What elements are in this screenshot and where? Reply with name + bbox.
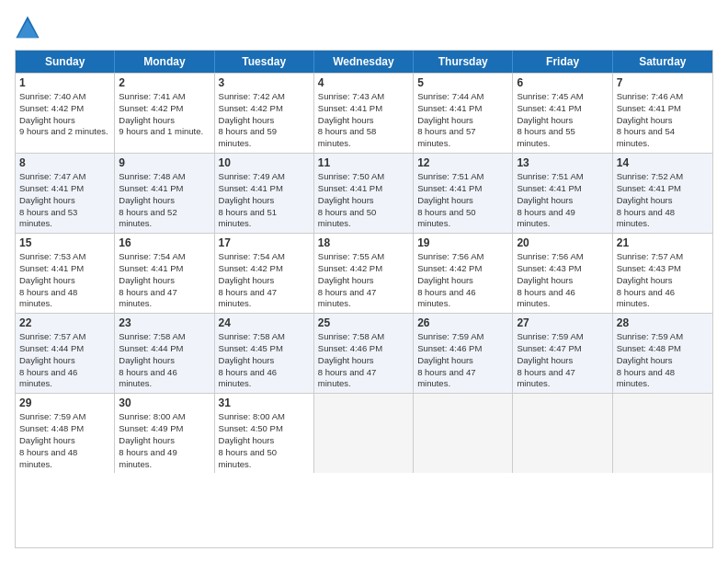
sunset-line: Sunset: 4:46 PM: [417, 343, 508, 355]
daylight-value: 8 hours and 46 minutes.: [219, 367, 310, 391]
calendar-cell: 20 Sunrise: 7:56 AM Sunset: 4:43 PM Dayl…: [513, 234, 612, 313]
calendar-header: SundayMondayTuesdayWednesdayThursdayFrid…: [16, 51, 712, 73]
sunrise-line: Sunrise: 7:59 AM: [19, 411, 110, 423]
daylight-value: 8 hours and 55 minutes.: [517, 126, 608, 150]
calendar-cell: 3 Sunrise: 7:42 AM Sunset: 4:42 PM Dayli…: [215, 74, 314, 153]
day-number: 7: [617, 76, 709, 89]
day-number: 16: [119, 236, 210, 249]
sunset-line: Sunset: 4:48 PM: [617, 343, 709, 355]
day-number: 12: [417, 156, 508, 169]
calendar-cell: 10 Sunrise: 7:49 AM Sunset: 4:41 PM Dayl…: [215, 154, 314, 233]
sunrise-line: Sunrise: 7:56 AM: [417, 251, 508, 263]
sunset-line: Sunset: 4:44 PM: [119, 343, 210, 355]
daylight-label: Daylight hours: [119, 115, 210, 127]
calendar-cell: 13 Sunrise: 7:51 AM Sunset: 4:41 PM Dayl…: [513, 154, 612, 233]
sunrise-line: Sunrise: 7:46 AM: [617, 91, 709, 103]
daylight-label: Daylight hours: [318, 195, 409, 207]
daylight-value: 8 hours and 48 minutes.: [19, 447, 110, 471]
calendar-cell: 31 Sunrise: 8:00 AM Sunset: 4:50 PM Dayl…: [215, 394, 314, 473]
sunrise-line: Sunrise: 7:57 AM: [617, 251, 709, 263]
sunset-line: Sunset: 4:41 PM: [19, 263, 110, 275]
day-number: 1: [19, 76, 110, 89]
daylight-value: 8 hours and 47 minutes.: [417, 367, 508, 391]
daylight-value: 8 hours and 46 minutes.: [119, 367, 210, 391]
sunset-line: Sunset: 4:44 PM: [19, 343, 110, 355]
daylight-value: 8 hours and 57 minutes.: [417, 126, 508, 150]
calendar-cell: 24 Sunrise: 7:58 AM Sunset: 4:45 PM Dayl…: [215, 314, 314, 393]
calendar-cell: [314, 394, 414, 473]
day-number: 20: [517, 236, 608, 249]
sunset-line: Sunset: 4:45 PM: [219, 343, 310, 355]
calendar-cell: [414, 394, 513, 473]
daylight-value: 8 hours and 47 minutes.: [318, 367, 409, 391]
calendar-cell: 28 Sunrise: 7:59 AM Sunset: 4:48 PM Dayl…: [613, 314, 712, 393]
sunset-line: Sunset: 4:43 PM: [617, 263, 709, 275]
page: SundayMondayTuesdayWednesdayThursdayFrid…: [0, 0, 728, 563]
day-number: 26: [417, 316, 508, 329]
daylight-value: 8 hours and 46 minutes.: [517, 287, 608, 311]
daylight-label: Daylight hours: [219, 195, 310, 207]
calendar: SundayMondayTuesdayWednesdayThursdayFrid…: [15, 50, 713, 548]
calendar-cell: [613, 394, 712, 473]
sunrise-line: Sunrise: 7:48 AM: [119, 171, 210, 183]
sunrise-line: Sunrise: 7:53 AM: [19, 251, 110, 263]
daylight-value: 8 hours and 47 minutes.: [119, 287, 210, 311]
daylight-label: Daylight hours: [517, 195, 608, 207]
calendar-cell: 30 Sunrise: 8:00 AM Sunset: 4:49 PM Dayl…: [115, 394, 214, 473]
day-number: 3: [219, 76, 310, 89]
sunset-line: Sunset: 4:43 PM: [517, 263, 608, 275]
sunrise-line: Sunrise: 7:51 AM: [517, 171, 608, 183]
calendar-cell: 6 Sunrise: 7:45 AM Sunset: 4:41 PM Dayli…: [513, 74, 612, 153]
calendar-week: 29 Sunrise: 7:59 AM Sunset: 4:48 PM Dayl…: [16, 393, 712, 473]
daylight-value: 8 hours and 54 minutes.: [617, 126, 709, 150]
daylight-label: Daylight hours: [119, 355, 210, 367]
sunset-line: Sunset: 4:41 PM: [417, 103, 508, 115]
calendar-week: 15 Sunrise: 7:53 AM Sunset: 4:41 PM Dayl…: [16, 233, 712, 313]
sunrise-line: Sunrise: 7:59 AM: [617, 331, 709, 343]
day-number: 23: [119, 316, 210, 329]
daylight-value: 8 hours and 49 minutes.: [119, 447, 210, 471]
daylight-label: Daylight hours: [617, 115, 709, 127]
calendar-cell: 14 Sunrise: 7:52 AM Sunset: 4:41 PM Dayl…: [613, 154, 712, 233]
sunrise-line: Sunrise: 7:51 AM: [417, 171, 508, 183]
daylight-label: Daylight hours: [617, 355, 709, 367]
daylight-value: 8 hours and 47 minutes.: [318, 287, 409, 311]
day-number: 27: [517, 316, 608, 329]
sunset-line: Sunset: 4:41 PM: [417, 183, 508, 195]
day-number: 2: [119, 76, 210, 89]
day-number: 11: [318, 156, 409, 169]
day-number: 28: [617, 316, 709, 329]
sunset-line: Sunset: 4:42 PM: [318, 263, 409, 275]
daylight-label: Daylight hours: [119, 435, 210, 447]
sunset-line: Sunset: 4:41 PM: [617, 103, 709, 115]
calendar-cell: 16 Sunrise: 7:54 AM Sunset: 4:41 PM Dayl…: [115, 234, 214, 313]
daylight-value: 9 hours and 2 minutes.: [19, 126, 110, 138]
daylight-label: Daylight hours: [617, 195, 709, 207]
sunrise-line: Sunrise: 7:59 AM: [417, 331, 508, 343]
daylight-value: 8 hours and 46 minutes.: [19, 367, 110, 391]
sunrise-line: Sunrise: 7:58 AM: [318, 331, 409, 343]
sunset-line: Sunset: 4:42 PM: [19, 103, 110, 115]
calendar-cell: 9 Sunrise: 7:48 AM Sunset: 4:41 PM Dayli…: [115, 154, 214, 233]
sunset-line: Sunset: 4:42 PM: [219, 263, 310, 275]
sunset-line: Sunset: 4:41 PM: [318, 103, 409, 115]
sunrise-line: Sunrise: 7:58 AM: [119, 331, 210, 343]
day-number: 24: [219, 316, 310, 329]
calendar-week: 22 Sunrise: 7:57 AM Sunset: 4:44 PM Dayl…: [16, 313, 712, 393]
header: [15, 15, 713, 40]
sunrise-line: Sunrise: 7:44 AM: [417, 91, 508, 103]
daylight-value: 9 hours and 1 minute.: [119, 126, 210, 138]
header-day: Saturday: [613, 51, 712, 73]
sunset-line: Sunset: 4:41 PM: [517, 103, 608, 115]
header-day: Tuesday: [215, 51, 314, 73]
calendar-cell: 29 Sunrise: 7:59 AM Sunset: 4:48 PM Dayl…: [16, 394, 115, 473]
sunset-line: Sunset: 4:42 PM: [119, 103, 210, 115]
daylight-label: Daylight hours: [417, 115, 508, 127]
daylight-value: 8 hours and 49 minutes.: [517, 207, 608, 231]
daylight-value: 8 hours and 47 minutes.: [219, 287, 310, 311]
header-day: Monday: [115, 51, 214, 73]
daylight-label: Daylight hours: [219, 275, 310, 287]
sunrise-line: Sunrise: 7:59 AM: [517, 331, 608, 343]
sunset-line: Sunset: 4:41 PM: [119, 263, 210, 275]
sunrise-line: Sunrise: 7:40 AM: [19, 91, 110, 103]
